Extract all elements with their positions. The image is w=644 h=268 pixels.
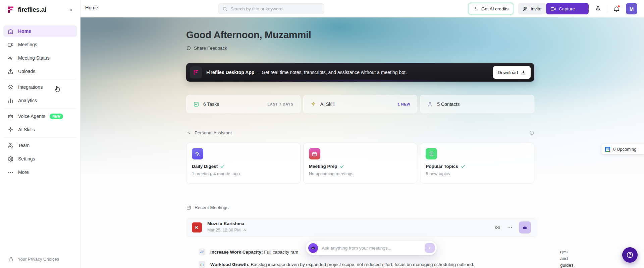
- sidebar-item-label: Voice Agents: [18, 114, 45, 119]
- microphone-button[interactable]: [592, 3, 604, 15]
- personal-assistant-title: Personal Assistant: [195, 130, 526, 135]
- pulse-icon: [7, 55, 14, 61]
- sidebar-item-integrations[interactable]: Integrations: [3, 81, 77, 93]
- daily-digest-card[interactable]: Daily Digest 1 meeting, 4 months ago: [186, 143, 301, 184]
- people-icon: [7, 142, 14, 149]
- lock-icon: [8, 256, 14, 262]
- logo-text: fireflies.ai: [18, 6, 66, 13]
- check-icon: [339, 164, 344, 169]
- meeting-row[interactable]: K Muze x Karishma Mar 25, 12:30 PM: [186, 218, 537, 237]
- user-avatar[interactable]: M: [626, 3, 637, 14]
- notifications-button[interactable]: [610, 3, 623, 15]
- share-feedback-label: Share Feedback: [194, 46, 227, 51]
- sidebar-item-more[interactable]: More: [3, 166, 77, 178]
- meeting-note-row[interactable]: Workload Growth: Backlog increase driven…: [199, 261, 474, 268]
- question-mark-icon: [626, 251, 634, 259]
- meeting-title: Muze x Karishma: [207, 221, 244, 226]
- sidebar-item-team[interactable]: Team: [3, 140, 77, 151]
- send-icon[interactable]: [425, 243, 435, 253]
- search-bar[interactable]: [218, 3, 324, 14]
- new-badge: NEW: [50, 114, 63, 119]
- sidebar-item-label: Uploads: [18, 69, 35, 74]
- sparkle-icon: [310, 101, 316, 107]
- logo-row: fireflies.ai «: [7, 5, 75, 15]
- ai-bot-button[interactable]: [519, 221, 531, 233]
- sidebar-item-voice-agents[interactable]: Voice Agents NEW: [3, 111, 77, 122]
- ai-skill-stat-card[interactable]: AI Skill 1 NEW: [303, 95, 418, 113]
- get-ai-credits-button[interactable]: Get AI credits: [469, 3, 513, 14]
- main-content: Good Afternoon, Muzammil Share Feedback …: [80, 17, 644, 268]
- daily-digest-subtitle: 1 meeting, 4 months ago: [192, 171, 295, 176]
- sparkle-icon: [7, 127, 14, 133]
- share-feedback-button[interactable]: Share Feedback: [186, 46, 227, 51]
- invite-button[interactable]: Invite: [518, 3, 546, 14]
- upload-icon: [7, 68, 14, 75]
- sidebar-item-label: AI Skills: [18, 127, 35, 132]
- info-icon[interactable]: [529, 130, 534, 135]
- meeting-avatar: K: [192, 222, 202, 232]
- help-button[interactable]: [622, 247, 638, 263]
- sidebar-item-label: Settings: [18, 156, 35, 161]
- popular-topics-subtitle: 5 new topics: [426, 171, 529, 176]
- get-ai-credits-label: Get AI credits: [481, 6, 508, 11]
- breadcrumb-page-title: Home: [85, 5, 98, 10]
- sidebar-item-uploads[interactable]: Uploads: [3, 66, 77, 77]
- meeting-prep-title: Meeting Prep: [309, 164, 337, 169]
- sidebar-item-meeting-status[interactable]: Meeting Status: [3, 52, 77, 64]
- daily-digest-title: Daily Digest: [192, 164, 218, 169]
- more-options-icon[interactable]: [507, 224, 513, 230]
- note-text-continued: ges and guides.: [560, 249, 575, 268]
- sidebar-item-label: Meeting Status: [18, 55, 49, 61]
- capture-button[interactable]: Capture: [546, 3, 589, 14]
- svg-text:31: 31: [606, 148, 609, 151]
- sidebar: fireflies.ai « Home Meetings Meeting Sta…: [0, 0, 80, 268]
- robot-icon: [7, 113, 14, 120]
- upcoming-meetings-tab[interactable]: 31 0 Upcoming: [601, 144, 644, 154]
- tasks-stat-card[interactable]: 6 Tasks LAST 7 DAYS: [186, 95, 301, 113]
- copy-link-icon[interactable]: [494, 224, 501, 231]
- privacy-choices-link[interactable]: Your Privacy Choices: [8, 256, 59, 262]
- banner-message: Fireflies Desktop App — Get real time no…: [206, 70, 493, 75]
- search-icon: [222, 6, 227, 11]
- ai-skill-stat-meta: 1 NEW: [397, 102, 410, 106]
- search-input[interactable]: [230, 6, 320, 11]
- popular-topics-card[interactable]: Popular Topics 5 new topics: [420, 143, 534, 184]
- sidebar-item-meetings[interactable]: Meetings: [3, 39, 77, 50]
- sidebar-item-ai-skills[interactable]: AI Skills: [3, 124, 77, 135]
- video-camera-icon: [550, 6, 556, 12]
- contacts-stat-card[interactable]: 5 Contacts: [420, 95, 534, 113]
- nav-divider: [4, 137, 76, 138]
- check-icon: [461, 164, 465, 169]
- notification-dot: [618, 5, 620, 8]
- sidebar-item-analytics[interactable]: Analytics: [3, 95, 77, 106]
- banner-subtitle: — Get real time notes, transcripts, and …: [256, 70, 407, 75]
- ask-fred-bar[interactable]: [306, 241, 437, 255]
- personal-assistant-cards: Daily Digest 1 meeting, 4 months ago Mee…: [186, 143, 534, 184]
- fireflies-logo-icon: [7, 6, 15, 14]
- sidebar-nav: Home Meetings Meeting Status Uploads Int…: [3, 25, 77, 180]
- sidebar-item-settings[interactable]: Settings: [3, 153, 77, 164]
- meeting-datetime: Mar 25, 12:30 PM: [207, 228, 247, 232]
- ai-skill-stat-label: AI Skill: [320, 102, 394, 107]
- video-camera-icon: [7, 42, 14, 48]
- meeting-prep-subtitle: No upcoming meetings: [309, 171, 412, 176]
- sidebar-collapse-button[interactable]: «: [69, 6, 75, 13]
- checkbox-icon: [193, 101, 199, 107]
- chevron-up-icon[interactable]: [243, 228, 247, 232]
- fireflies-logo-icon: [190, 66, 202, 78]
- stats-row: 6 Tasks LAST 7 DAYS AI Skill 1 NEW 5 Con…: [186, 95, 534, 113]
- calendar-icon: [186, 205, 191, 210]
- meeting-note-row[interactable]: Increase Work Capacity: Full capacity ra…: [199, 249, 298, 255]
- sidebar-item-label: Meetings: [18, 42, 37, 47]
- ask-meetings-input[interactable]: [322, 246, 425, 251]
- meeting-prep-card[interactable]: Meeting Prep No upcoming meetings: [303, 143, 418, 184]
- sidebar-item-label: Integrations: [18, 84, 43, 90]
- download-button[interactable]: Download: [493, 66, 531, 79]
- recent-meetings-title: Recent Meetings: [195, 205, 228, 210]
- sidebar-item-home[interactable]: Home: [3, 25, 77, 37]
- desktop-app-banner: Fireflies Desktop App — Get real time no…: [186, 63, 534, 82]
- tasks-stat-label: 6 Tasks: [203, 102, 264, 107]
- topbar: Home Get AI credits Invite Capture M: [80, 0, 644, 17]
- download-label: Download: [498, 70, 518, 75]
- capture-label: Capture: [559, 6, 575, 11]
